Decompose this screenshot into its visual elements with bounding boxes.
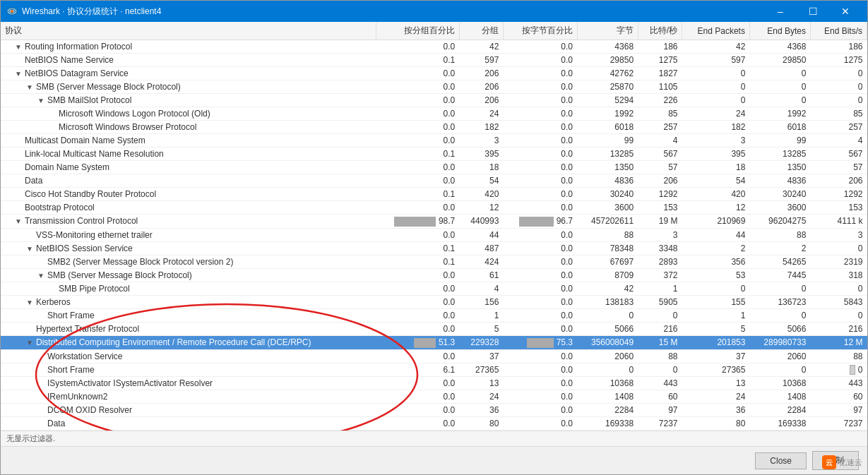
cell-pct-bytes: 0.0	[503, 255, 577, 268]
table-row[interactable]: ▼NetBIOS Datagram Service0.02060.0427621…	[1, 67, 867, 80]
end-bits-value: 0	[858, 68, 863, 78]
table-row[interactable]: Cisco Hot Standby Router Protocol0.14200…	[1, 188, 867, 201]
cell-end-bits: 4	[810, 134, 867, 148]
cell-bps: 0	[638, 363, 682, 377]
collapse-icon[interactable]: ▼	[26, 339, 35, 347]
cell-protocol-name: Domain Name System	[1, 161, 376, 174]
cell-bytes: 169338	[577, 417, 638, 431]
cell-pct-bytes: 0.0	[503, 80, 577, 94]
cell-packets: 5	[459, 322, 503, 335]
table-row[interactable]: ISystemActivator ISystemActivator Resolv…	[1, 377, 867, 390]
table-row[interactable]: Workstation Service0.0370.02060883720608…	[1, 349, 867, 363]
table-row[interactable]: Multicast Domain Name System0.030.099439…	[1, 134, 867, 148]
collapse-icon[interactable]: ▼	[37, 272, 46, 279]
table-row[interactable]: Short Frame0.010.000100	[1, 308, 867, 322]
cell-end-bytes: 5066	[749, 322, 810, 335]
cell-protocol-name: SMB Pipe Protocol	[1, 282, 376, 295]
collapse-icon[interactable]: ▼	[15, 70, 23, 78]
table-row[interactable]: Microsoft Windows Browser Protocol0.0182…	[1, 121, 867, 134]
table-row[interactable]: Data0.0540.04836206544836206	[1, 174, 867, 188]
table-row[interactable]: Microsoft Windows Logon Protocol (Old)0.…	[1, 107, 867, 121]
cell-bps: 372	[638, 268, 682, 282]
table-row[interactable]: ▼Transmission Control Protocol98.7440993…	[1, 215, 867, 229]
cell-end-packets: 0	[682, 94, 750, 107]
cell-protocol-name: Multicast Domain Name System	[1, 134, 376, 148]
cell-end-bytes: 136723	[749, 295, 810, 308]
title-bar: Wireshark · 协议分级统计 · netclient4 – ☐ ✕	[1, 1, 867, 22]
table-row[interactable]: Hypertext Transfer Protocol0.050.0506621…	[1, 322, 867, 335]
pct-packets-value: 0.0	[444, 176, 456, 186]
table-row[interactable]: ▼Distributed Computing Environment / Rem…	[1, 335, 867, 349]
cell-pct-bytes: 0.0	[503, 134, 577, 148]
table-row[interactable]: ▼SMB MailSlot Protocol0.02060.0529422600…	[1, 94, 867, 107]
table-row[interactable]: ▼NetBIOS Session Service0.14870.07834833…	[1, 241, 867, 255]
col-header-end-packets: End Packets	[682, 22, 750, 40]
cell-pct-packets: 0.0	[376, 107, 460, 121]
collapse-icon[interactable]: ▼	[15, 43, 23, 51]
cell-protocol-name: Workstation Service	[1, 349, 376, 363]
protocol-label: Domain Name System	[25, 162, 109, 172]
table-row[interactable]: ▼SMB (Server Message Block Protocol)0.02…	[1, 80, 867, 94]
bytes-bar	[519, 217, 553, 227]
cell-pct-packets: 0.0	[376, 40, 460, 54]
table-body: ▼Routing Information Protocol0.0420.0436…	[1, 40, 867, 431]
pct-packets-value: 0.0	[444, 203, 456, 212]
cell-pct-bytes: 0.0	[503, 67, 577, 80]
collapse-icon[interactable]: ▼	[26, 83, 35, 91]
table-row[interactable]: Data0.0800.01693387237801693387237	[1, 417, 867, 431]
cell-end-bits: 97	[810, 404, 867, 417]
cell-bytes: 99	[577, 134, 638, 148]
bytes-bar	[527, 338, 554, 348]
maximize-button[interactable]: ☐	[797, 1, 829, 22]
table-row[interactable]: Domain Name System0.0180.013505718135057	[1, 161, 867, 174]
table-row[interactable]: SMB Pipe Protocol0.040.0421000	[1, 282, 867, 295]
cell-end-packets: 3	[682, 134, 750, 148]
table-row[interactable]: Link-local Multicast Name Resolution0.13…	[1, 148, 867, 161]
collapse-icon[interactable]: ▼	[15, 217, 23, 225]
table-container[interactable]: 协议 按分组百分比 分组 按字节百分比 字节 比特/秒 End Packets …	[1, 22, 867, 431]
cell-pct-packets: 0.0	[376, 308, 460, 322]
cell-bps: 3348	[638, 241, 682, 255]
cell-packets: 487	[459, 241, 503, 255]
pct-bytes-value: 0.0	[561, 230, 573, 240]
collapse-icon[interactable]: ▼	[37, 97, 46, 104]
close-button-footer[interactable]: Close	[755, 452, 807, 469]
collapse-icon[interactable]: ▼	[26, 245, 35, 253]
minimize-button[interactable]: –	[764, 1, 797, 22]
cell-end-bytes: 54265	[749, 255, 810, 268]
table-row[interactable]: DCOM OXID Resolver0.0360.022849736228497	[1, 404, 867, 417]
close-button[interactable]: ✕	[829, 1, 862, 22]
cell-protocol-name: ▼NetBIOS Session Service	[1, 241, 376, 255]
cell-packets: 1	[459, 308, 503, 322]
table-row[interactable]: Short Frame6.1273650.0002736500	[1, 363, 867, 377]
cell-end-bytes: 6018	[749, 121, 810, 134]
table-row[interactable]: VSS-Monitoring ethernet trailer0.0440.08…	[1, 228, 867, 241]
cell-end-bytes: 2	[749, 241, 810, 255]
table-row[interactable]: SMB2 (Server Message Block Protocol vers…	[1, 255, 867, 268]
cell-end-packets: 155	[682, 295, 750, 308]
cell-bps: 153	[638, 201, 682, 215]
end-bits-value: 0	[858, 284, 863, 294]
window-controls: – ☐ ✕	[764, 1, 862, 22]
cell-protocol-name: Data	[1, 174, 376, 188]
cell-bps: 7237	[638, 417, 682, 431]
cell-end-packets: 54	[682, 174, 750, 188]
table-row[interactable]: Bootstrap Protocol0.0120.036001531236001…	[1, 201, 867, 215]
cell-bps: 85	[638, 107, 682, 121]
collapse-icon[interactable]: ▼	[26, 299, 35, 306]
pct-packets-value: 0.0	[444, 392, 456, 402]
cell-bps: 257	[638, 121, 682, 134]
table-row[interactable]: ▼Routing Information Protocol0.0420.0436…	[1, 40, 867, 54]
cell-bps: 97	[638, 404, 682, 417]
table-row[interactable]: IRemUnknown20.0240.014086024140860	[1, 390, 867, 404]
cell-end-bytes: 0	[749, 282, 810, 295]
table-row[interactable]: ▼Kerberos0.01560.01381835905155136723584…	[1, 295, 867, 308]
cell-bytes: 29850	[577, 54, 638, 67]
cell-pct-packets: 0.0	[376, 322, 460, 335]
table-row[interactable]: ▼SMB (Server Message Block Protocol)0.06…	[1, 268, 867, 282]
cell-bytes: 6018	[577, 121, 638, 134]
pct-packets-value: 0.0	[444, 230, 456, 240]
table-row[interactable]: NetBIOS Name Service0.15970.029850127559…	[1, 54, 867, 67]
cell-end-bytes: 3600	[749, 201, 810, 215]
cell-pct-packets: 0.0	[376, 404, 460, 417]
